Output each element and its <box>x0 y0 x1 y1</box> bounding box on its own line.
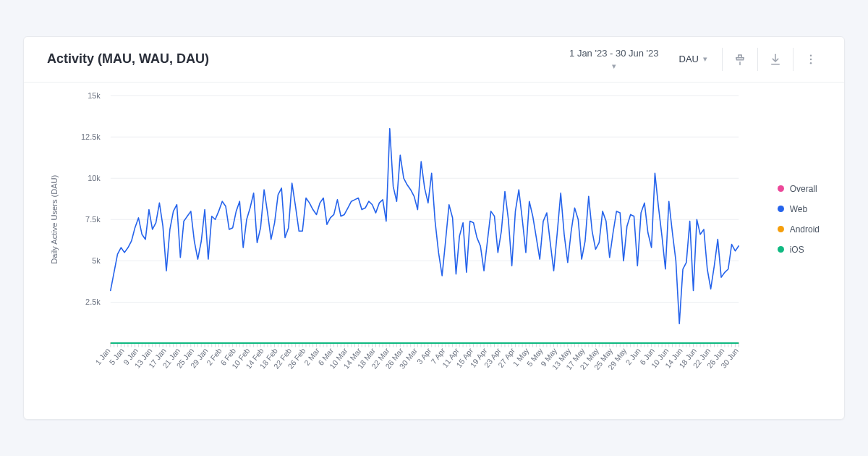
chart-area: 2.5k5k7.5k10k12.5k15k 1 Jan5 Jan9 Jan13 … <box>24 83 844 419</box>
date-range-label: 1 Jan '23 - 30 Jun '23 <box>569 48 659 59</box>
download-button[interactable] <box>762 46 788 72</box>
svg-point-0 <box>810 54 812 56</box>
legend-label: Overall <box>790 184 817 194</box>
header-controls: 1 Jan '23 - 30 Jun '23 ▾ DAU ▾ <box>559 43 824 75</box>
pin-button[interactable] <box>727 46 753 72</box>
more-button[interactable] <box>798 46 824 72</box>
legend-swatch <box>778 185 784 192</box>
svg-text:2.5k: 2.5k <box>85 297 101 306</box>
svg-text:1 Jan: 1 Jan <box>93 346 111 366</box>
activity-chart: 2.5k5k7.5k10k12.5k15k 1 Jan5 Jan9 Jan13 … <box>41 90 827 413</box>
divider <box>722 48 723 71</box>
legend-item-web[interactable]: Web <box>778 204 820 214</box>
legend-swatch <box>778 246 784 253</box>
metric-selector[interactable]: DAU ▾ <box>669 48 718 70</box>
divider <box>793 48 793 71</box>
legend-label: Android <box>790 224 820 235</box>
legend-item-ios[interactable]: iOS <box>778 245 820 255</box>
more-icon <box>804 53 817 66</box>
svg-text:12.5k: 12.5k <box>81 132 101 141</box>
pin-icon <box>733 53 746 66</box>
chart-legend: OverallWebAndroidiOS <box>778 184 820 265</box>
legend-swatch <box>778 206 784 212</box>
svg-text:7.5k: 7.5k <box>85 215 101 224</box>
activity-card: Activity (MAU, WAU, DAU) 1 Jan '23 - 30 … <box>23 36 845 420</box>
legend-label: Web <box>790 204 807 214</box>
svg-text:3 Apr: 3 Apr <box>415 346 433 366</box>
metric-selected-label: DAU <box>679 54 699 64</box>
svg-text:10k: 10k <box>88 174 101 182</box>
download-icon <box>769 53 782 66</box>
card-title: Activity (MAU, WAU, DAU) <box>47 51 209 67</box>
svg-point-2 <box>810 62 812 64</box>
divider <box>757 48 758 71</box>
svg-text:2 Jun: 2 Jun <box>624 346 642 366</box>
svg-text:5k: 5k <box>92 256 101 265</box>
svg-text:Daily Active Users (DAU): Daily Active Users (DAU) <box>50 175 59 264</box>
card-header: Activity (MAU, WAU, DAU) 1 Jan '23 - 30 … <box>24 37 844 83</box>
legend-item-overall[interactable]: Overall <box>778 184 820 194</box>
chevron-down-icon: ▾ <box>612 62 616 71</box>
series-web <box>111 129 739 324</box>
legend-label: iOS <box>790 245 804 255</box>
svg-text:5 Jan: 5 Jan <box>108 346 126 366</box>
svg-text:15k: 15k <box>88 91 101 100</box>
legend-item-android[interactable]: Android <box>778 224 820 235</box>
legend-swatch <box>778 226 784 232</box>
date-range-selector[interactable]: 1 Jan '23 - 30 Jun '23 ▾ <box>559 43 669 75</box>
chevron-down-icon: ▾ <box>703 54 707 64</box>
svg-point-1 <box>810 59 812 60</box>
